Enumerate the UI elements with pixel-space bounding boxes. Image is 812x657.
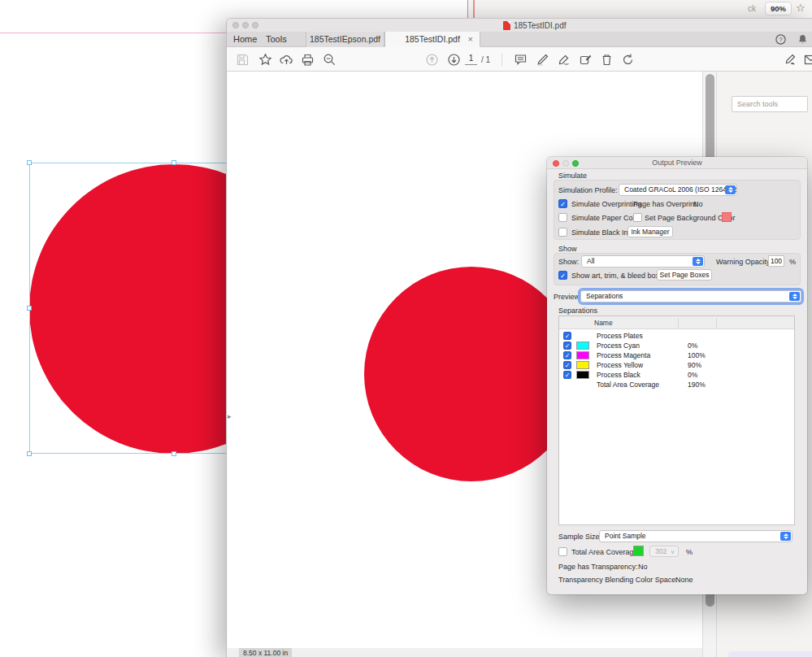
- selection-handle[interactable]: [172, 451, 176, 456]
- yellow-swatch: [576, 361, 589, 369]
- send-signature-icon[interactable]: [783, 53, 797, 67]
- simulate-black-ink-checkbox[interactable]: [558, 228, 567, 237]
- total-area-coverage-checkbox[interactable]: [558, 547, 567, 556]
- acrobat-toolbar: 1 / 1: [227, 47, 812, 72]
- black-swatch: [576, 371, 589, 379]
- delete-trash-icon[interactable]: [600, 53, 614, 67]
- close-window-button[interactable]: [232, 22, 239, 28]
- warning-opacity-unit: %: [789, 258, 796, 266]
- browser-chrome-strip: ck 90% ☆: [226, 0, 812, 18]
- notifications-bell-icon[interactable]: [797, 33, 809, 46]
- separation-row[interactable]: ✓ Process Yellow 90%: [559, 360, 794, 370]
- next-page-icon[interactable]: [447, 53, 461, 67]
- blending-color-space-label: Transparency Blending Color Space:: [558, 576, 678, 584]
- simulate-black-ink-label: Simulate Black Ink: [571, 228, 632, 237]
- simulate-overprinting-label: Simulate Overprinting: [571, 200, 642, 208]
- simulate-overprinting-checkbox[interactable]: ✓: [558, 199, 567, 208]
- page-has-overprint-value: No: [693, 200, 703, 208]
- page-number-field[interactable]: 1: [465, 54, 477, 65]
- fill-sign-icon[interactable]: [579, 53, 593, 67]
- warning-opacity-field[interactable]: 100: [768, 255, 784, 267]
- set-page-bg-color-checkbox[interactable]: [633, 213, 642, 222]
- blending-color-space-value: None: [675, 576, 693, 584]
- simulate-paper-color-checkbox[interactable]: [558, 213, 567, 222]
- tac-color-swatch[interactable]: [633, 546, 644, 556]
- tab-tools[interactable]: Tools: [266, 32, 287, 47]
- tac-unit: %: [686, 548, 693, 556]
- show-label: Show:: [558, 258, 579, 266]
- rotate-icon[interactable]: [621, 53, 635, 67]
- preview-label: Preview:: [554, 293, 582, 301]
- selection-handle[interactable]: [172, 160, 176, 165]
- zoom-out-icon[interactable]: [323, 53, 337, 67]
- close-tab-icon[interactable]: ×: [468, 32, 473, 47]
- esign-promo-panel: Get e-signatures f Send PDFs for signing…: [728, 651, 812, 657]
- show-select[interactable]: All: [581, 255, 705, 268]
- selection-bounding-box: [29, 163, 226, 454]
- plate-checkbox[interactable]: ✓: [563, 371, 571, 379]
- separations-header[interactable]: Name: [559, 316, 794, 329]
- tac-value-select[interactable]: 302: [649, 546, 679, 557]
- highlight-pencil-icon[interactable]: [536, 53, 549, 67]
- selection-handle[interactable]: [27, 451, 32, 456]
- sign-pen-icon[interactable]: [557, 53, 571, 67]
- separation-row[interactable]: ✓ Process Magenta 100%: [559, 350, 794, 360]
- ruler-guide-grey: [467, 0, 468, 18]
- page-total-label: / 1: [481, 55, 490, 64]
- background-design-app: [0, 0, 226, 657]
- help-icon[interactable]: ?: [775, 33, 787, 46]
- sample-size-select[interactable]: Point Sample: [599, 530, 792, 542]
- share-upload-icon[interactable]: [280, 53, 293, 67]
- tab-home[interactable]: Home: [233, 32, 257, 47]
- search-tools-input[interactable]: [732, 96, 808, 112]
- plate-checkbox[interactable]: ✓: [563, 332, 571, 340]
- zoom-window-button[interactable]: [252, 22, 258, 28]
- separation-row-total: Total Area Coverage 190%: [559, 380, 794, 389]
- acrobat-tabbar: Home Tools 185TestIEpson.pdf 185TestIDI.…: [227, 32, 812, 47]
- simulate-section-label: Simulate: [558, 172, 587, 180]
- save-icon[interactable]: [236, 53, 250, 67]
- set-page-boxes-button[interactable]: Set Page Boxes: [657, 269, 712, 281]
- print-icon[interactable]: [301, 53, 315, 67]
- bookmark-star-icon[interactable]: ☆: [796, 2, 805, 14]
- output-preview-dialog: Output Preview Simulate Simulation Profi…: [547, 157, 807, 594]
- select-stepper-icon: [725, 185, 736, 194]
- separation-row[interactable]: ✓ Process Cyan 0%: [559, 341, 794, 350]
- partial-text: ck: [748, 4, 756, 13]
- doc-tab-active[interactable]: 185TestIDI.pdf ×: [384, 32, 480, 47]
- preview-select[interactable]: Separations: [580, 290, 801, 302]
- ink-manager-button[interactable]: Ink Manager: [627, 226, 673, 237]
- plate-checkbox[interactable]: ✓: [563, 342, 571, 350]
- simulation-profile-select[interactable]: Coated GRACoL 2006 (ISO 12647-2:200...: [619, 184, 737, 196]
- total-area-coverage-label: Total Area Coverage: [571, 548, 638, 556]
- dialog-title: Output Preview: [547, 159, 807, 167]
- separation-row[interactable]: ✓ Process Black 0%: [559, 370, 794, 380]
- page-has-transparency-label: Page has Transparency:: [558, 563, 638, 571]
- warning-opacity-label: Warning Opacity:: [716, 258, 772, 266]
- show-section-label: Show: [558, 245, 577, 253]
- selection-handle[interactable]: [27, 306, 32, 311]
- column-header-name: Name: [594, 319, 613, 327]
- comment-icon[interactable]: [514, 53, 528, 67]
- select-stepper-icon: [693, 257, 703, 266]
- dialog-titlebar[interactable]: Output Preview: [547, 157, 807, 169]
- doc-tab-inactive[interactable]: 185TestIEpson.pdf: [306, 32, 384, 47]
- separation-row[interactable]: ✓ Process Plates: [559, 331, 794, 341]
- page-bg-color-swatch[interactable]: [722, 212, 732, 222]
- pdf-file-icon: [503, 21, 510, 30]
- plate-checkbox[interactable]: ✓: [563, 351, 571, 359]
- show-boxes-checkbox[interactable]: ✓: [558, 271, 567, 280]
- previous-page-icon[interactable]: [425, 53, 439, 67]
- selection-handle[interactable]: [27, 160, 32, 165]
- document-bottom-strip: [228, 648, 702, 657]
- browser-zoom-badge[interactable]: 90%: [765, 2, 792, 15]
- minimize-window-button[interactable]: [242, 22, 249, 28]
- email-envelope-icon[interactable]: [804, 53, 812, 67]
- nav-pane-toggle-icon[interactable]: ▸: [228, 408, 236, 424]
- margin-guide-line: [0, 33, 226, 33]
- plate-checkbox[interactable]: ✓: [563, 361, 571, 369]
- magenta-swatch: [576, 351, 589, 359]
- simulate-paper-color-label: Simulate Paper Color: [571, 214, 641, 222]
- screenshot-canvas: ck 90% ☆ 185TestIDI.pdf Home Tools 185Te…: [0, 0, 812, 657]
- star-favorite-icon[interactable]: [258, 53, 272, 67]
